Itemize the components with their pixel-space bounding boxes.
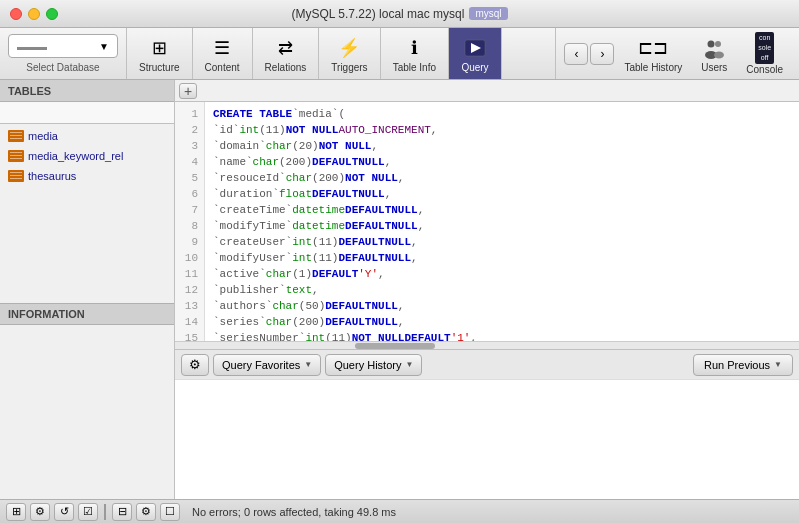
code-line-4: `name` char(200) DEFAULT NULL,	[213, 154, 791, 170]
favorites-arrow-icon: ▼	[304, 360, 312, 369]
status-btn-table[interactable]: ⊟	[112, 503, 132, 521]
tables-header: TABLES	[0, 80, 174, 102]
scroll-thumb[interactable]	[355, 343, 435, 349]
status-divider	[104, 504, 106, 520]
run-previous-label: Run Previous	[704, 359, 770, 371]
sidebar: TABLES media media_keyword_rel thesaurus…	[0, 80, 175, 499]
structure-icon: ⊞	[145, 34, 173, 62]
code-line-1: CREATE TABLE `media` (	[213, 106, 791, 122]
code-line-10: `modifyUser` int(11) DEFAULT NULL,	[213, 250, 791, 266]
tableinfo-icon: ℹ	[400, 34, 428, 62]
gear-button[interactable]: ⚙	[181, 354, 209, 376]
nav-back-button[interactable]: ‹	[564, 43, 588, 65]
table-icon-media-keyword-rel	[8, 150, 24, 162]
code-line-3: `domain` char(20) NOT NULL,	[213, 138, 791, 154]
toolbar: ▬▬▬ ▼ Select Database ⊞ Structure ☰ Cont…	[0, 28, 799, 80]
status-btn-1[interactable]: ⊞	[6, 503, 26, 521]
status-btn-gear[interactable]: ⚙	[30, 503, 50, 521]
toolbar-item-console[interactable]: consoleoff Console	[738, 28, 791, 79]
code-line-2: `id` int(11) NOT NULL AUTO_INCREMENT,	[213, 122, 791, 138]
toolbar-item-triggers[interactable]: ⚡ Triggers	[319, 28, 380, 79]
titlebar: (MySQL 5.7.22) local mac mysql mysql	[0, 0, 799, 28]
toolbar-right: ‹ › ⊏⊐ Table History Users consoleoff Co…	[555, 28, 799, 79]
status-btn-doc[interactable]: ☐	[160, 503, 180, 521]
console-label: Console	[746, 64, 783, 75]
code-line-8: `modifyTime` datetime DEFAULT NULL,	[213, 218, 791, 234]
nav-forward-button[interactable]: ›	[590, 43, 614, 65]
toolbar-item-structure[interactable]: ⊞ Structure	[127, 28, 193, 79]
sidebar-search[interactable]	[0, 102, 174, 124]
run-previous-button[interactable]: Run Previous ▼	[693, 354, 793, 376]
toolbar-item-tableinfo[interactable]: ℹ Table Info	[381, 28, 449, 79]
fullscreen-button[interactable]	[46, 8, 58, 20]
line-numbers: 12345 678910 1112131415 1617	[175, 102, 205, 341]
db-badge: mysql	[469, 7, 507, 20]
toolbar-db-section: ▬▬▬ ▼ Select Database	[0, 28, 127, 79]
search-input[interactable]	[0, 102, 174, 123]
query-result-area	[175, 379, 799, 499]
console-icon: consoleoff	[755, 32, 774, 63]
info-header: INFORMATION	[0, 303, 174, 325]
run-prev-arrow-icon: ▼	[774, 360, 782, 369]
query-history-button[interactable]: Query History ▼	[325, 354, 422, 376]
table-list: media media_keyword_rel thesaurus	[0, 124, 174, 303]
code-line-7: `createTime` datetime DEFAULT NULL,	[213, 202, 791, 218]
close-button[interactable]	[10, 8, 22, 20]
status-btn-gear2[interactable]: ⚙	[136, 503, 156, 521]
toolbar-item-relations[interactable]: ⇄ Relations	[253, 28, 320, 79]
minimize-button[interactable]	[28, 8, 40, 20]
query-favorites-label: Query Favorites	[222, 359, 300, 371]
code-editor[interactable]: 12345 678910 1112131415 1617 CREATE TABL…	[175, 102, 799, 341]
window-title: (MySQL 5.7.22) local mac mysql	[291, 7, 464, 21]
toolbar-item-tablehistory[interactable]: ⊏⊐ Table History	[616, 28, 690, 79]
svg-point-2	[708, 41, 715, 48]
code-line-12: `publisher` text,	[213, 282, 791, 298]
query-history-label: Query History	[334, 359, 401, 371]
table-item-media[interactable]: media	[0, 126, 174, 146]
query-favorites-button[interactable]: Query Favorites ▼	[213, 354, 321, 376]
svg-point-5	[714, 52, 724, 59]
triggers-label: Triggers	[331, 62, 367, 73]
table-name-media: media	[28, 130, 58, 142]
table-name-media-keyword-rel: media_keyword_rel	[28, 150, 123, 162]
structure-label: Structure	[139, 62, 180, 73]
status-bar: ⊞ ⚙ ↺ ☑ ⊟ ⚙ ☐ No errors; 0 rows affected…	[0, 499, 799, 523]
code-content[interactable]: CREATE TABLE `media` ( `id` int(11) NOT …	[205, 102, 799, 341]
users-icon	[700, 34, 728, 62]
content-area: + 12345 678910 1112131415 1617 CREATE TA…	[175, 80, 799, 499]
status-btn-refresh[interactable]: ↺	[54, 503, 74, 521]
history-arrow-icon: ▼	[405, 360, 413, 369]
query-bar: ⚙ Query Favorites ▼ Query History ▼ Run …	[175, 349, 799, 379]
code-line-15: `seriesNumber` int(11) NOT NULL DEFAULT …	[213, 330, 791, 341]
triggers-icon: ⚡	[335, 34, 363, 62]
traffic-lights	[10, 8, 58, 20]
add-btn-row: +	[175, 80, 799, 102]
table-name-thesaurus: thesaurus	[28, 170, 76, 182]
content-label: Content	[205, 62, 240, 73]
toolbar-item-users[interactable]: Users	[692, 28, 736, 79]
db-selector-label: Select Database	[26, 62, 99, 73]
content-icon: ☰	[208, 34, 236, 62]
add-query-button[interactable]: +	[179, 83, 197, 99]
code-line-5: `resouceId` char(200) NOT NULL,	[213, 170, 791, 186]
tablehistory-icon: ⊏⊐	[639, 34, 667, 62]
code-line-9: `createUser` int(11) DEFAULT NULL,	[213, 234, 791, 250]
status-message: No errors; 0 rows affected, taking 49.8 …	[192, 506, 396, 518]
query-label: Query	[461, 62, 488, 73]
toolbar-item-query[interactable]: Query	[449, 28, 502, 79]
info-panel	[0, 325, 174, 500]
tablehistory-label: Table History	[624, 62, 682, 73]
code-line-13: `authors` char(50) DEFAULT NULL,	[213, 298, 791, 314]
query-icon	[461, 34, 489, 62]
svg-point-4	[715, 41, 721, 47]
db-selector-button[interactable]: ▬▬▬ ▼	[8, 34, 118, 58]
table-item-thesaurus[interactable]: thesaurus	[0, 166, 174, 186]
users-label: Users	[701, 62, 727, 73]
toolbar-item-content[interactable]: ☰ Content	[193, 28, 253, 79]
table-item-media-keyword-rel[interactable]: media_keyword_rel	[0, 146, 174, 166]
code-line-6: `duration` float DEFAULT NULL,	[213, 186, 791, 202]
relations-label: Relations	[265, 62, 307, 73]
relations-icon: ⇄	[271, 34, 299, 62]
status-btn-check[interactable]: ☑	[78, 503, 98, 521]
code-line-14: `series` char(200) DEFAULT NULL,	[213, 314, 791, 330]
